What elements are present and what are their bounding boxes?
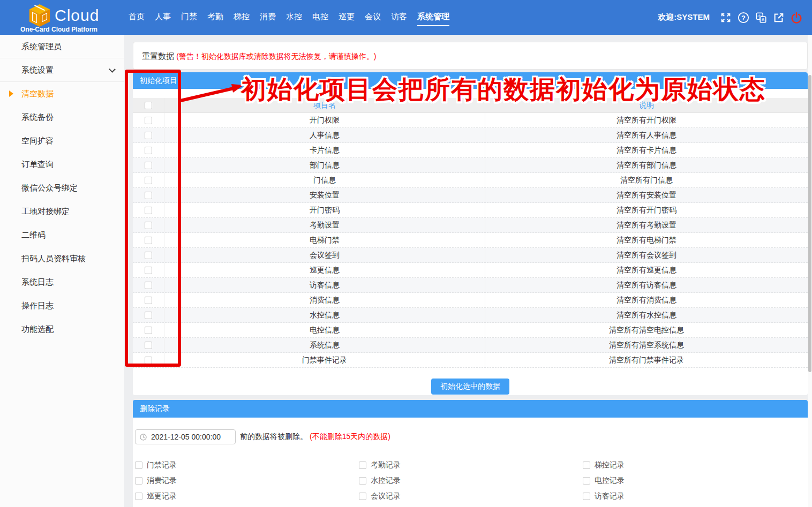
row-desc: 清空所有门禁事件记录 — [485, 353, 808, 367]
sidebar-item-label: 空间扩容 — [21, 136, 54, 145]
sidebar-item[interactable]: 功能选配 — [0, 317, 124, 341]
power-icon[interactable] — [791, 12, 802, 24]
sidebar-item[interactable]: 系统备份 — [0, 105, 124, 129]
sidebar-item[interactable]: 扫码人员资料审核 — [0, 247, 124, 270]
reset-warning-text: (警告！初始化数据库或清除数据将无法恢复，请谨慎操作。) — [176, 52, 376, 60]
delete-checkbox-label: 访客记录 — [595, 491, 625, 501]
delete-checkbox-label: 消费记录 — [147, 476, 177, 486]
delete-note-warning: (不能删除15天内的数据) — [310, 432, 390, 442]
delete-checkbox-item[interactable]: 考勤记录 — [359, 459, 583, 471]
welcome-text: 欢迎:SYSTEM — [658, 12, 710, 22]
nav-item[interactable]: 门禁 — [181, 9, 197, 26]
nav-item[interactable]: 巡更 — [339, 9, 355, 26]
init-selected-button[interactable]: 初始化选中的数据 — [431, 379, 509, 395]
delete-checkbox[interactable] — [359, 493, 366, 500]
delete-checkbox[interactable] — [135, 477, 142, 485]
nav-item[interactable]: 水控 — [286, 9, 302, 26]
row-desc: 清空所有安装位置 — [485, 188, 808, 202]
sidebar-item[interactable]: 清空数据 — [0, 82, 124, 105]
nav-item[interactable]: 会议 — [365, 9, 381, 26]
delete-checkbox-label: 梯控记录 — [595, 460, 625, 470]
nav-item[interactable]: 首页 — [129, 9, 145, 26]
row-name: 部门信息 — [164, 158, 485, 172]
delete-checkbox[interactable] — [583, 493, 590, 500]
delete-checkbox[interactable] — [583, 461, 590, 469]
row-name: 访客信息 — [164, 278, 485, 292]
delete-checkbox[interactable] — [135, 493, 142, 500]
delete-checkbox[interactable] — [359, 461, 366, 469]
row-name: 安装位置 — [164, 188, 485, 202]
annotation-rectangle — [125, 70, 181, 367]
nav-item[interactable]: 消费 — [260, 9, 276, 26]
row-name: 巡更信息 — [164, 263, 485, 277]
delete-checkbox[interactable] — [359, 477, 366, 485]
help-icon[interactable]: ? — [738, 12, 749, 24]
app-logo: Cloud — [28, 3, 99, 28]
sidebar: 系统管理员 系统设置 清空数据 系统备份 空间扩容 订单查询 微信公众号绑定 工… — [0, 35, 124, 507]
translate-icon[interactable]: 中 A — [755, 12, 767, 24]
sidebar-item[interactable]: 工地对接绑定 — [0, 200, 124, 223]
date-input[interactable]: 2021-12-05 00:00:00 — [135, 429, 236, 444]
delete-records-card: 删除记录 2021-12-05 00:00:00 前的数据将被删除。 (不能删除… — [133, 400, 808, 507]
row-name: 会议签到 — [164, 248, 485, 262]
row-name: 电控信息 — [164, 323, 485, 337]
svg-text:A: A — [761, 17, 764, 22]
nav-item[interactable]: 人事 — [155, 9, 171, 26]
fullscreen-icon[interactable] — [720, 12, 732, 24]
row-name: 开门密码 — [164, 203, 485, 217]
table-row: 电控信息 清空所有清空电控信息 — [133, 323, 808, 338]
sidebar-item-label: 二维码 — [21, 230, 46, 239]
nav-item[interactable]: 系统管理 — [417, 9, 449, 26]
nav-item[interactable]: 考勤 — [207, 9, 223, 26]
delete-checkbox-label: 水控记录 — [371, 476, 401, 486]
delete-checkbox-item[interactable]: 巡更记录 — [135, 490, 359, 502]
row-name: 消费信息 — [164, 293, 485, 307]
sidebar-item[interactable]: 系统日志 — [0, 270, 124, 294]
delete-checkbox-label: 会议记录 — [371, 491, 401, 501]
delete-checkbox-item[interactable]: 梯控记录 — [583, 459, 801, 471]
sidebar-item[interactable]: 系统管理员 — [0, 35, 124, 58]
row-desc: 清空所有开门密码 — [485, 203, 808, 217]
row-desc: 清空所有巡更信息 — [485, 263, 808, 277]
cube-logo-icon — [28, 3, 51, 28]
top-header: Cloud One-Card Cloud Platform 首页 人事 门禁 考… — [0, 0, 812, 35]
sidebar-item[interactable]: 二维码 — [0, 223, 124, 247]
sidebar-item[interactable]: 系统设置 — [0, 58, 124, 82]
delete-checkbox-label: 门禁记录 — [147, 460, 177, 470]
row-name: 水控信息 — [164, 308, 485, 322]
table-row: 访客信息 清空所有访客信息 — [133, 278, 808, 293]
sidebar-item[interactable]: 订单查询 — [0, 153, 124, 176]
delete-checkbox-item[interactable]: 门禁记录 — [135, 459, 359, 471]
delete-checkbox-item[interactable]: 访客记录 — [583, 490, 801, 502]
row-name: 考勤设置 — [164, 218, 485, 232]
delete-checkbox-item[interactable]: 水控记录 — [359, 475, 583, 487]
sidebar-item[interactable]: 空间扩容 — [0, 129, 124, 153]
row-desc: 清空所有考勤设置 — [485, 218, 808, 232]
row-desc: 清空所有会议签到 — [485, 248, 808, 262]
chevron-down-icon — [109, 66, 116, 73]
delete-checkbox-grid: 门禁记录 考勤记录 梯控记录 消费记录 水控记录 电控记录 巡更记录 会议记录 … — [135, 459, 801, 502]
delete-checkbox[interactable] — [135, 461, 142, 469]
nav-item[interactable]: 访客 — [391, 9, 407, 26]
table-row: 开门密码 清空所有开门密码 — [133, 203, 808, 218]
sidebar-item[interactable]: 操作日志 — [0, 294, 124, 317]
delete-checkbox-item[interactable]: 会议记录 — [359, 490, 583, 502]
delete-checkbox[interactable] — [583, 477, 590, 485]
logo-subtitle: One-Card Cloud Platform — [20, 26, 97, 33]
delete-checkbox-item[interactable]: 消费记录 — [135, 475, 359, 487]
init-table-rows: 开门权限 清空所有开门权限 人事信息 清空所有人事信息 卡片信息 清空所有卡片信… — [133, 113, 808, 368]
delete-checkbox-item[interactable]: 电控记录 — [583, 475, 801, 487]
sidebar-item[interactable]: 微信公众号绑定 — [0, 176, 124, 200]
one-card-cloud-app: Cloud One-Card Cloud Platform 首页 人事 门禁 考… — [0, 0, 812, 507]
sidebar-item-label: 清空数据 — [21, 89, 54, 98]
table-row: 部门信息 清空所有部门信息 — [133, 158, 808, 173]
external-link-icon[interactable] — [773, 12, 785, 24]
row-desc: 清空所有电梯门禁 — [485, 233, 808, 247]
delete-checkbox-label: 巡更记录 — [147, 491, 177, 501]
nav-item[interactable]: 电控 — [312, 9, 328, 26]
nav-item[interactable]: 梯控 — [234, 9, 250, 26]
main-nav: 首页 人事 门禁 考勤 梯控 消费 水控 电控 巡更 会议 访客 系统管理 — [129, 0, 449, 35]
scrollbar-thumb[interactable] — [808, 75, 811, 372]
sidebar-item-label: 系统备份 — [21, 112, 54, 122]
row-name: 门禁事件记录 — [164, 353, 485, 367]
